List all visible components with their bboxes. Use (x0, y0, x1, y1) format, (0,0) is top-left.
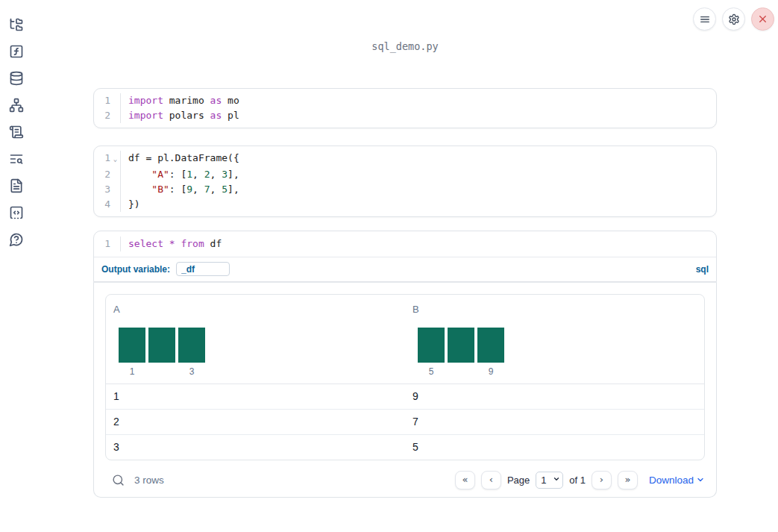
code-line: 2 "A": [1, 2, 3], (94, 167, 716, 182)
file-text-icon (9, 178, 24, 193)
code-editor[interactable]: 1⌄df = pl.DataFrame({2 "A": [1, 2, 3],3 … (94, 146, 716, 216)
code-editor[interactable]: 1import marimo as mo2import polars as pl (94, 89, 716, 128)
table-cell: 3 (106, 435, 405, 460)
line-gutter: 4 (94, 197, 121, 212)
token: mo (222, 95, 239, 106)
line-number: 1 (94, 151, 110, 167)
token (128, 169, 151, 180)
code-line: 3 "B": [9, 7, 5], (94, 182, 716, 197)
notebook-filename[interactable]: sql_demo.py (93, 40, 717, 52)
fold-spacer (110, 197, 120, 212)
line-gutter: 2 (94, 108, 121, 123)
token: 3 (222, 169, 228, 180)
settings-button[interactable] (722, 7, 745, 31)
code-cell-dataframe: 1⌄df = pl.DataFrame({2 "A": [1, 2, 3],3 … (93, 145, 717, 217)
page-select[interactable]: 1 (536, 472, 563, 489)
column-header[interactable]: B59 (405, 295, 704, 384)
output-variable-input[interactable] (176, 262, 230, 276)
fold-spacer (110, 108, 120, 123)
sidebar-item-logs[interactable] (3, 119, 30, 145)
table-cell: 2 (106, 410, 405, 434)
code-line: 1import marimo as mo (94, 93, 716, 108)
token: from (181, 238, 204, 249)
table-search-button[interactable] (112, 474, 125, 486)
language-badge: sql (696, 264, 709, 275)
table-footer: 3 rows « ‹ Page 1 of 1 › » Downl (105, 460, 705, 499)
token: , (210, 169, 222, 180)
code-line: 1select * from df (94, 237, 716, 251)
token: 9 (186, 184, 192, 195)
last-page-button[interactable]: » (618, 471, 638, 489)
download-button[interactable]: Download (649, 475, 705, 486)
line-gutter: 3 (94, 182, 121, 197)
database-icon (9, 71, 24, 86)
text-search-icon (9, 151, 24, 166)
token: marimo (163, 95, 210, 106)
table-row: 27 (106, 410, 704, 435)
token: ], (228, 169, 239, 180)
code-cell-imports: 1import marimo as mo2import polars as pl (93, 88, 717, 128)
page-label: Page (507, 475, 530, 486)
histogram-bar (178, 328, 205, 363)
token: select (128, 238, 163, 249)
next-page-button[interactable]: › (592, 471, 612, 489)
scroll-text-icon (9, 125, 24, 140)
sql-cell-meta: Output variable: sql (94, 257, 716, 281)
close-icon (757, 13, 768, 25)
histogram-bar (477, 328, 504, 363)
sidebar-item-tracebacks[interactable] (3, 145, 30, 172)
sidebar-item-dependency-graph[interactable] (3, 92, 30, 119)
table-cell: 7 (405, 410, 704, 434)
token: "A" (151, 169, 169, 180)
code-editor[interactable]: 1select * from df (94, 231, 716, 257)
fold-spacer (110, 93, 120, 108)
axis-max-label: 3 (178, 366, 205, 377)
histogram-bar (418, 328, 445, 363)
axis-max-label: 9 (477, 366, 504, 377)
histogram-bar (448, 328, 474, 363)
sidebar-item-datasources[interactable] (3, 65, 30, 92)
code-snippet-icon (9, 205, 24, 220)
histogram-bar (148, 328, 175, 363)
table-body: 192735 (106, 384, 704, 460)
fold-spacer (110, 167, 120, 182)
token (128, 184, 151, 195)
fold-spacer (110, 237, 120, 251)
code-line: 4}) (94, 197, 716, 212)
fold-chevron-icon[interactable]: ⌄ (110, 151, 120, 167)
shutdown-button[interactable] (751, 7, 774, 31)
token: 7 (204, 184, 210, 195)
code-text: "A": [1, 2, 3], (121, 167, 239, 182)
code-text: import marimo as mo (121, 93, 239, 108)
token: "B" (151, 184, 169, 195)
token: df = pl.DataFrame({ (128, 152, 239, 163)
histogram-bar (119, 328, 145, 363)
sidebar-item-documentation[interactable] (3, 172, 30, 199)
line-number: 1 (94, 237, 110, 251)
histogram-bars (119, 328, 205, 363)
line-gutter: 1 (94, 237, 121, 251)
table-header-row: A13B59 (106, 295, 704, 384)
first-page-button[interactable]: « (455, 471, 475, 489)
column-histogram: 13 (119, 328, 205, 378)
notebook: sql_demo.py 1import marimo as mo2import … (93, 0, 717, 498)
prev-page-button[interactable]: ‹ (481, 471, 501, 489)
table-row: 35 (106, 435, 704, 460)
code-line: 2import polars as pl (94, 108, 716, 123)
sidebar-item-variables[interactable] (3, 38, 30, 65)
token: polars (163, 110, 210, 121)
code-text: import polars as pl (121, 108, 239, 123)
line-gutter: 2 (94, 167, 121, 182)
histogram-bars (418, 328, 504, 363)
token: import (128, 95, 163, 106)
token: : [ (169, 169, 186, 180)
sidebar-item-snippets[interactable] (3, 199, 30, 226)
sidebar-item-help[interactable] (3, 226, 30, 253)
folder-tree-icon (9, 17, 24, 32)
column-header[interactable]: A13 (106, 295, 405, 384)
search-icon (112, 474, 125, 486)
sql-cell: 1select * from df Output variable: sql (93, 231, 717, 282)
table-cell: 1 (106, 384, 405, 409)
fold-spacer (110, 182, 120, 197)
sidebar-item-file-explorer[interactable] (3, 11, 30, 38)
